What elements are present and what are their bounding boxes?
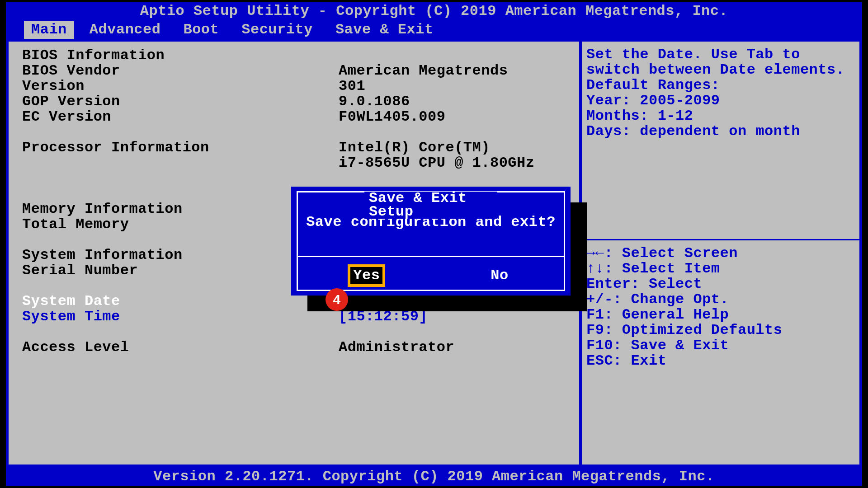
row-processor-info: Processor InformationIntel(R) Core(TM) (22, 140, 566, 155)
row-processor-line2: i7-8565U CPU @ 1.80GHz (22, 155, 566, 171)
dialog-no-button[interactable]: No (488, 267, 511, 284)
dialog-yes-button[interactable]: Yes (350, 267, 382, 284)
dialog-frame: Save & Exit Setup Save configuration and… (297, 191, 565, 291)
help-panel: Set the Date. Use Tab to switch between … (582, 42, 862, 467)
help-line: Days: dependent on month (586, 124, 855, 139)
footer-bar: Version 2.20.1271. Copyright (C) 2019 Am… (6, 467, 862, 486)
lbl-bios-vendor: BIOS Vendor (22, 63, 339, 79)
tab-security[interactable]: Security (234, 21, 320, 39)
dialog-button-row: Yes No (298, 267, 564, 284)
val-system-time: [15:12:59] (339, 309, 428, 324)
bios-info-header-label: BIOS Information (22, 48, 339, 63)
lbl-gop-version: GOP Version (22, 94, 339, 109)
lbl-system-time: System Time (22, 309, 339, 324)
tab-main[interactable]: Main (24, 21, 74, 39)
annotation-badge-4: 4 (326, 288, 348, 311)
spacer (22, 324, 566, 340)
bios-info-header: BIOS Information (22, 48, 566, 63)
save-exit-dialog: Save & Exit Setup Save configuration and… (291, 187, 571, 296)
help-line: Year: 2005-2099 (586, 93, 855, 108)
val-access-level: Administrator (339, 340, 454, 355)
help-line: Set the Date. Use Tab to (586, 47, 855, 62)
help-line: switch between Date elements. (586, 62, 855, 78)
dialog-separator (298, 256, 564, 257)
key-hint-change-opt: +/-: Change Opt. (586, 292, 855, 307)
row-ec-version: EC VersionF0WL1405.009 (22, 109, 566, 125)
tab-boot[interactable]: Boot (176, 21, 226, 39)
key-hint-f10: F10: Save & Exit (586, 338, 855, 353)
val-proc-line1: Intel(R) Core(TM) (339, 140, 490, 155)
bios-screen: Aptio Setup Utility - Copyright (C) 2019… (0, 0, 868, 488)
key-hint-select-screen: →←: Select Screen (586, 246, 855, 261)
val-proc-line2: i7-8565U CPU @ 1.80GHz (339, 155, 534, 171)
row-access-level: Access LevelAdministrator (22, 340, 566, 355)
tab-row: Main Advanced Boot Security Save & Exit (6, 21, 862, 39)
help-text: Set the Date. Use Tab to switch between … (582, 42, 859, 240)
key-hint-esc: ESC: Exit (586, 353, 855, 369)
key-hint-f9: F9: Optimized Defaults (586, 323, 855, 338)
tab-save-exit[interactable]: Save & Exit (328, 21, 441, 39)
tab-advanced[interactable]: Advanced (82, 21, 168, 39)
lbl-system-date: System Date (22, 294, 339, 309)
spacer (22, 125, 566, 140)
key-hints: →←: Select Screen ↑↓: Select Item Enter:… (582, 240, 859, 374)
lbl-access-level: Access Level (22, 340, 339, 355)
help-line: Default Ranges: (586, 78, 855, 93)
help-line: Months: 1-12 (586, 108, 855, 124)
row-gop-version: GOP Version9.0.1086 (22, 94, 566, 109)
lbl-processor-info: Processor Information (22, 140, 339, 155)
spacer (22, 171, 566, 186)
key-hint-select-item: ↑↓: Select Item (586, 261, 855, 277)
val-gop-version: 9.0.1086 (339, 94, 410, 109)
key-hint-f1: F1: General Help (586, 307, 855, 323)
val-version: 301 (339, 79, 365, 94)
key-hint-enter: Enter: Select (586, 277, 855, 292)
title-bar: Aptio Setup Utility - Copyright (C) 2019… (6, 2, 862, 21)
lbl-version: Version (22, 79, 339, 94)
row-system-time[interactable]: System Time[15:12:59] (22, 309, 566, 324)
dialog-title: Save & Exit Setup (364, 192, 497, 219)
row-version: Version301 (22, 79, 566, 94)
val-ec-version: F0WL1405.009 (339, 109, 445, 125)
lbl-ec-version: EC Version (22, 109, 339, 125)
spacer (22, 155, 339, 171)
val-bios-vendor: American Megatrends (339, 63, 508, 79)
row-bios-vendor: BIOS VendorAmerican Megatrends (22, 63, 566, 79)
